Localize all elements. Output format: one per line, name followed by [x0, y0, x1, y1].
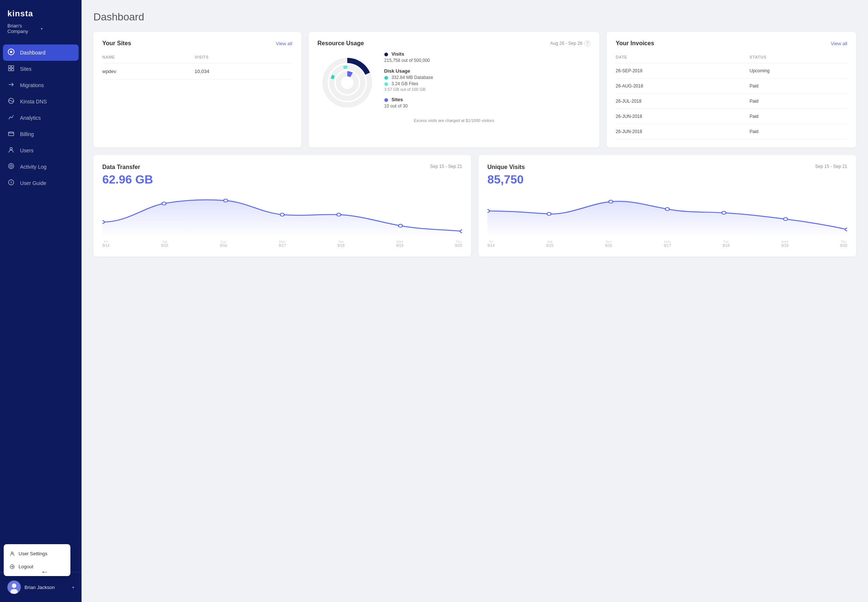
- users-icon: [8, 146, 15, 155]
- sidebar-item-label: User Guide: [20, 180, 46, 186]
- resource-body: Visits 215,758 out of 500,000 Disk Usage…: [317, 51, 591, 114]
- disk-total: 3.57 GB out of 100 GB: [384, 87, 591, 92]
- table-row: wpdev 10,034: [102, 63, 293, 80]
- invoice-status: Paid: [749, 109, 847, 124]
- sidebar-item-dashboard[interactable]: Dashboard: [3, 45, 78, 61]
- visits-value: 215,758 out of 500,000: [384, 58, 591, 63]
- svg-point-24: [102, 221, 104, 224]
- sites-dot: [384, 98, 388, 102]
- svg-point-8: [9, 163, 14, 169]
- sidebar-item-activity-log[interactable]: Activity Log: [0, 159, 81, 175]
- user-settings-menu-item[interactable]: User Settings: [4, 547, 71, 560]
- your-sites-view-all[interactable]: View all: [276, 41, 293, 46]
- svg-point-1: [10, 51, 12, 53]
- user-guide-icon: ?: [8, 179, 15, 187]
- data-transfer-date: Sep 15 - Sep 21: [430, 164, 462, 169]
- user-settings-icon: [10, 551, 15, 556]
- logo-text: kinsta: [8, 9, 74, 18]
- visits-dot: [384, 53, 388, 56]
- svg-point-31: [488, 209, 489, 212]
- sidebar-item-label: Migrations: [20, 82, 44, 88]
- svg-point-15: [12, 584, 16, 588]
- svg-text:?: ?: [10, 181, 12, 184]
- donut-chart: [317, 53, 377, 112]
- charts-row: Data Transfer Sep 15 - Sep 21 62.96 GB: [94, 155, 856, 256]
- invoice-date: 26-JUN-2018: [616, 109, 749, 124]
- activity-log-icon: [8, 163, 15, 171]
- invoice-date: 26-SEP-2018: [616, 63, 749, 78]
- logout-menu-item[interactable]: Logout: [4, 560, 71, 573]
- dashboard-icon: [8, 49, 15, 57]
- data-transfer-header: Data Transfer Sep 15 - Sep 21: [102, 164, 462, 170]
- billing-icon: [8, 130, 15, 138]
- sidebar-item-users[interactable]: Users: [0, 142, 81, 159]
- resource-usage-card: Resource Usage Aug 26 - Sep 26 ?: [309, 32, 600, 147]
- svg-point-12: [11, 552, 13, 554]
- data-transfer-title: Data Transfer: [102, 164, 140, 170]
- sites-value: 10 out of 30: [384, 103, 591, 109]
- sites-table: NAME VISITS wpdev 10,034: [102, 53, 293, 80]
- analytics-icon: [8, 114, 15, 122]
- svg-rect-5: [11, 69, 14, 71]
- your-sites-header: Your Sites View all: [102, 40, 293, 47]
- legend-sites: Sites 10 out of 30: [384, 97, 591, 109]
- svg-point-30: [460, 230, 462, 233]
- invoice-date: 26-JUL-2018: [616, 94, 749, 109]
- logout-icon: [10, 564, 15, 570]
- resource-usage-title: Resource Usage: [317, 40, 364, 47]
- invoice-col-status: STATUS: [749, 53, 847, 63]
- svg-point-34: [665, 207, 669, 210]
- resource-legend: Visits 215,758 out of 500,000 Disk Usage…: [384, 51, 591, 114]
- table-row: 26-JUN-2018Paid: [616, 124, 847, 140]
- your-sites-title: Your Sites: [102, 40, 131, 47]
- sidebar-item-billing[interactable]: Billing: [0, 126, 81, 142]
- sidebar: kinsta Brian's Company ▾ Dashboard: [0, 0, 81, 602]
- legend-visits: Visits 215,758 out of 500,000: [384, 51, 591, 63]
- sidebar-item-user-guide[interactable]: ? User Guide: [0, 175, 81, 191]
- svg-point-36: [784, 218, 788, 221]
- sidebar-item-migrations[interactable]: Migrations: [0, 77, 81, 94]
- svg-point-9: [10, 165, 12, 167]
- sidebar-item-kinsta-dns[interactable]: Kinsta DNS: [0, 94, 81, 110]
- sites-col-visits: VISITS: [195, 53, 293, 63]
- invoice-status: Paid: [749, 124, 847, 140]
- data-transfer-value: 62.96 GB: [102, 173, 462, 186]
- resource-note: Excess visits are charged at $1/1000 vis…: [317, 118, 591, 123]
- user-menu-popup: User Settings Logout: [4, 544, 71, 576]
- sidebar-item-label: Analytics: [20, 115, 41, 121]
- svg-point-37: [845, 228, 847, 231]
- user-chevron-icon: ▾: [72, 585, 74, 590]
- unique-visits-value: 85,750: [488, 173, 847, 186]
- invoices-view-all[interactable]: View all: [831, 41, 847, 46]
- invoices-title: Your Invoices: [616, 40, 654, 47]
- page-title: Dashboard: [94, 11, 856, 23]
- invoice-col-date: DATE: [616, 53, 749, 63]
- unique-visits-labels: Fri9/14 Sat9/15 Sun9/16 Mon9/17 Tue9/18 …: [488, 240, 847, 247]
- svg-rect-3: [11, 66, 14, 68]
- sidebar-item-label: Dashboard: [20, 50, 46, 55]
- user-profile[interactable]: Brian Jackson ▾: [0, 577, 81, 597]
- top-cards-row: Your Sites View all NAME VISITS wpdev 10…: [94, 32, 856, 147]
- invoice-status: Paid: [749, 94, 847, 109]
- sidebar-item-analytics[interactable]: Analytics: [0, 110, 81, 126]
- resource-help-icon[interactable]: ?: [584, 40, 590, 46]
- invoice-status: Upcoming: [749, 63, 847, 78]
- user-name: Brian Jackson: [25, 585, 69, 590]
- table-row: 26-AUG-2018Paid: [616, 78, 847, 94]
- company-name: Brian's Company: [8, 23, 41, 34]
- unique-visits-header: Unique Visits Sep 15 - Sep 21: [488, 164, 847, 170]
- data-transfer-labels: Fri9/14 Sat9/15 Sun9/16 Mon9/17 Tue9/18 …: [102, 240, 462, 247]
- unique-visits-date: Sep 15 - Sep 21: [815, 164, 847, 169]
- invoice-date: 26-AUG-2018: [616, 78, 749, 94]
- popup-arrow-icon: ←: [41, 567, 49, 577]
- svg-point-7: [10, 147, 12, 150]
- svg-rect-4: [9, 69, 11, 71]
- svg-point-26: [224, 199, 228, 202]
- invoices-table: DATE STATUS 26-SEP-2018Upcoming26-AUG-20…: [616, 53, 847, 140]
- sidebar-item-sites[interactable]: Sites: [0, 61, 81, 77]
- site-name: wpdev: [102, 63, 195, 80]
- company-selector[interactable]: Brian's Company ▾: [0, 22, 81, 41]
- unique-visits-chart: [488, 192, 847, 237]
- avatar: [8, 580, 21, 594]
- svg-point-29: [399, 224, 402, 227]
